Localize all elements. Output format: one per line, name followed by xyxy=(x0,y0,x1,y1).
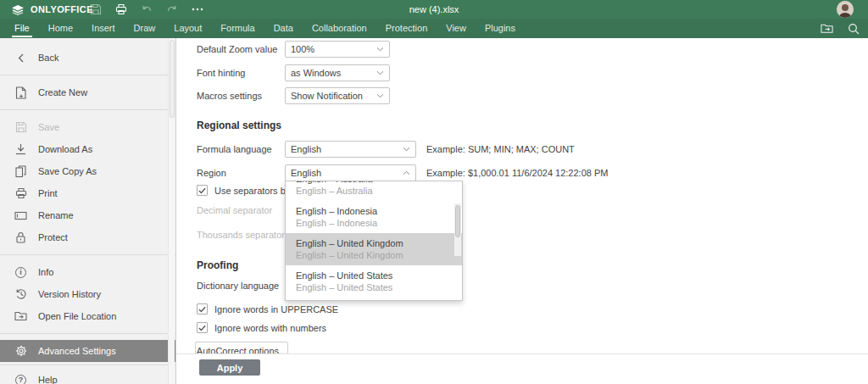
formula-language-label: Formula language xyxy=(197,144,272,154)
tab-protection[interactable]: Protection xyxy=(376,19,437,38)
sidebar-separator xyxy=(0,254,175,255)
sidebar-item-open-file-location[interactable]: Open File Location xyxy=(0,305,175,327)
sidebar-item-download-as[interactable]: Download As xyxy=(0,138,175,160)
onlyoffice-logo-icon xyxy=(10,3,25,15)
sidebar-scrollbar[interactable] xyxy=(168,38,175,384)
proofing-heading: Proofing xyxy=(197,259,238,271)
ignore-numbers-checkbox[interactable]: Ignore words with numbers xyxy=(197,322,326,333)
macros-settings-label: Macros settings xyxy=(197,91,262,101)
region-example: Example: $1,000.01 11/6/2024 12:22:08 PM xyxy=(426,168,608,178)
region-option-australia[interactable]: English – Australia English – Australia xyxy=(286,181,462,201)
chevron-down-icon xyxy=(376,47,384,52)
sidebar-item-label: Create New xyxy=(38,87,87,97)
region-option-united-kingdom[interactable]: English – United Kingdom English – Unite… xyxy=(286,233,462,265)
sidebar-item-label: Info xyxy=(38,267,53,277)
download-icon xyxy=(14,143,27,156)
dictionary-language-label: Dictionary language xyxy=(197,281,279,291)
file-menu-sidebar: Back Create New Save Download As Save Co… xyxy=(0,38,176,384)
tab-insert[interactable]: Insert xyxy=(82,19,125,38)
thousands-separator-label: Thousands separator xyxy=(197,230,285,240)
sidebar-item-print[interactable]: Print xyxy=(0,182,175,204)
sidebar-item-save-copy-as[interactable]: Save Copy As xyxy=(0,160,175,182)
ignore-uppercase-checkbox[interactable]: Ignore words in UPPERCASE xyxy=(197,303,338,314)
tab-collaboration[interactable]: Collaboration xyxy=(303,19,376,38)
sidebar-scrollbar-thumb[interactable] xyxy=(170,40,175,118)
default-zoom-select[interactable]: 100% xyxy=(285,41,390,58)
print-icon[interactable] xyxy=(114,3,127,16)
sidebar-item-label: Version History xyxy=(38,289,101,299)
new-document-icon xyxy=(14,86,27,99)
sidebar-item-label: Open File Location xyxy=(38,311,116,321)
tab-file[interactable]: File xyxy=(5,19,39,38)
save-icon xyxy=(14,121,27,134)
menu-tab-bar: File Home Insert Draw Layout Formula Dat… xyxy=(0,19,868,38)
ellipsis-icon[interactable] xyxy=(191,3,203,16)
regional-settings-heading: Regional settings xyxy=(197,120,281,131)
region-option-indonesia[interactable]: English – Indonesia English – Indonesia xyxy=(286,201,462,233)
ignore-numbers-label: Ignore words with numbers xyxy=(214,323,326,333)
region-option-united-states[interactable]: English – United States English – United… xyxy=(286,265,462,298)
search-icon[interactable] xyxy=(847,22,860,35)
tab-view[interactable]: View xyxy=(437,19,476,38)
chevron-up-icon xyxy=(403,170,410,175)
formula-language-example: Example: SUM; MIN; MAX; COUNT xyxy=(426,144,575,154)
open-file-location-icon[interactable] xyxy=(821,22,833,35)
sidebar-item-info[interactable]: i Info xyxy=(0,261,175,283)
checkbox-checked-icon xyxy=(197,322,208,333)
chevron-down-icon xyxy=(376,70,384,75)
sidebar-item-protect[interactable]: Protect xyxy=(0,226,175,248)
lock-icon xyxy=(14,231,27,244)
save-icon[interactable] xyxy=(89,3,102,16)
sidebar-item-version-history[interactable]: Version History xyxy=(0,283,175,305)
gear-icon xyxy=(14,345,27,358)
default-zoom-label: Default Zoom value xyxy=(197,44,277,54)
sidebar-item-label: Help xyxy=(38,375,58,384)
sidebar-item-create-new[interactable]: Create New xyxy=(0,81,175,103)
folder-open-icon xyxy=(14,310,27,323)
sidebar-separator xyxy=(0,75,175,75)
info-icon: i xyxy=(14,266,27,279)
checkbox-checked-icon xyxy=(197,303,208,314)
advanced-settings-panel: Default Zoom value 100% Font hinting as … xyxy=(176,38,868,384)
font-hinting-select[interactable]: as Windows xyxy=(285,64,390,81)
sidebar-item-advanced-settings[interactable]: Advanced Settings xyxy=(0,340,175,362)
formula-language-select[interactable]: English xyxy=(285,141,416,158)
tab-home[interactable]: Home xyxy=(39,19,82,38)
sidebar-item-save: Save xyxy=(0,116,175,138)
undo-icon[interactable] xyxy=(140,3,153,16)
region-select[interactable]: English xyxy=(285,164,416,181)
region-label: Region xyxy=(197,168,226,178)
sidebar-item-label: Back xyxy=(38,53,58,63)
sidebar-item-back[interactable]: Back xyxy=(0,47,175,69)
title-bar: ONLYOFFICE new (4).xlsx xyxy=(0,0,868,19)
sidebar-separator xyxy=(0,365,175,365)
printer-icon xyxy=(14,187,27,200)
sidebar-item-label: Rename xyxy=(38,210,74,220)
tab-data[interactable]: Data xyxy=(264,19,303,38)
tab-formula[interactable]: Formula xyxy=(211,19,264,38)
sidebar-item-label: Print xyxy=(38,188,58,198)
sidebar-item-label: Advanced Settings xyxy=(38,346,116,356)
user-avatar[interactable] xyxy=(837,1,854,18)
region-option-spanish-spain[interactable]: Español – España, alfabetización interna… xyxy=(286,298,462,301)
sidebar-item-label: Save Copy As xyxy=(38,166,97,176)
tab-plugins[interactable]: Plugins xyxy=(476,19,525,38)
apply-button[interactable]: Apply xyxy=(199,359,260,376)
macros-settings-select[interactable]: Show Notification xyxy=(285,87,390,104)
chevron-left-icon xyxy=(14,52,27,64)
sidebar-item-label: Save xyxy=(38,122,59,132)
app-logo: ONLYOFFICE xyxy=(0,3,93,15)
sidebar-item-help[interactable]: ? Help xyxy=(0,369,175,384)
tab-draw[interactable]: Draw xyxy=(125,19,165,38)
checkbox-checked-icon xyxy=(197,185,208,196)
help-icon: ? xyxy=(14,374,27,384)
ignore-uppercase-label: Ignore words in UPPERCASE xyxy=(214,304,338,314)
dropdown-scrollbar-thumb[interactable] xyxy=(455,205,460,237)
redo-icon[interactable] xyxy=(165,3,178,16)
decimal-separator-label: Decimal separator xyxy=(197,205,272,215)
tab-layout[interactable]: Layout xyxy=(164,19,211,38)
sidebar-item-rename[interactable]: Rename xyxy=(0,204,175,226)
sidebar-item-label: Protect xyxy=(38,232,68,242)
brand-name: ONLYOFFICE xyxy=(31,4,93,14)
region-dropdown-list: English – Australia English – Australia … xyxy=(285,181,463,301)
